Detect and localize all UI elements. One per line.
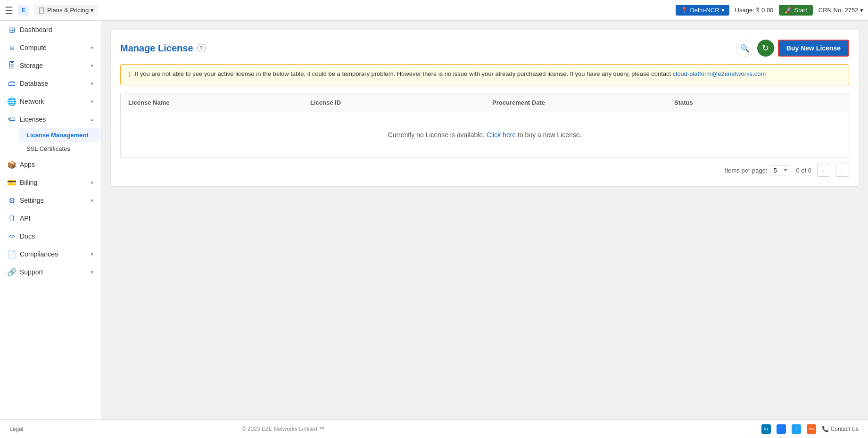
sidebar-item-settings[interactable]: ⚙ Settings ▾ <box>0 191 101 209</box>
apps-icon: 📦 <box>8 160 16 169</box>
table-header: License Name License ID Procurement Date… <box>121 93 849 112</box>
click-here-link[interactable]: Click here <box>487 131 516 139</box>
linkedin-icon[interactable]: in <box>761 424 771 434</box>
logo: E <box>18 5 29 16</box>
sidebar: ⊞ Dashboard 🖥 Compute ▾ 🗄 Storage ▾ 🗃 Da… <box>0 21 101 419</box>
sidebar-item-docs[interactable]: <> Docs <box>0 227 101 245</box>
settings-icon: ⚙ <box>8 196 16 205</box>
sidebar-item-compliances[interactable]: 📄 Compliances ▾ <box>0 245 101 263</box>
alert-icon: ℹ <box>128 71 131 79</box>
dashboard-icon: ⊞ <box>8 25 16 34</box>
refresh-button[interactable]: ↻ <box>757 40 774 57</box>
sidebar-label-storage: Storage <box>20 62 43 69</box>
buy-new-license-button[interactable]: Buy New License <box>778 40 849 57</box>
location-selector[interactable]: 📍 Delhi-NCR ▾ <box>676 5 729 16</box>
page-header: Manage License ? 🔍 ↻ Buy New License <box>120 40 849 57</box>
page-count: 0 of 0 <box>796 167 811 174</box>
help-icon[interactable]: ? <box>197 44 206 52</box>
sidebar-item-compute[interactable]: 🖥 Compute ▾ <box>0 39 101 57</box>
table-empty-state: Currently no License is available. Click… <box>121 112 849 157</box>
sidebar-item-support[interactable]: 🔗 Support ▾ <box>0 263 101 281</box>
start-label: Start <box>794 7 807 14</box>
sidebar-item-billing[interactable]: 💳 Billing ▾ <box>0 174 101 191</box>
sidebar-label-settings: Settings <box>20 197 44 204</box>
sidebar-item-api[interactable]: {} API <box>0 209 101 227</box>
next-page-button[interactable]: › <box>836 164 849 177</box>
main-layout: ⊞ Dashboard 🖥 Compute ▾ 🗄 Storage ▾ 🗃 Da… <box>0 21 868 419</box>
header-actions: 🔍 ↻ Buy New License <box>736 40 849 57</box>
sidebar-subitem-license-management[interactable]: License Management <box>19 128 101 142</box>
tab-label: Plans & Pricing <box>47 7 89 14</box>
location-dropdown-icon: ▾ <box>721 7 725 14</box>
col-status: Status <box>667 93 849 112</box>
main-content: Manage License ? 🔍 ↻ Buy New License ℹ <box>101 21 868 419</box>
sidebar-label-api: API <box>20 215 31 222</box>
chevron-down-icon: ▾ <box>91 99 93 105</box>
database-icon: 🗃 <box>8 79 16 88</box>
per-page-select[interactable]: 5 10 25 50 <box>770 165 790 175</box>
col-license-id: License ID <box>303 93 485 112</box>
alert-text: If you are not able to see your active l… <box>135 70 766 77</box>
compute-icon: 🖥 <box>8 43 16 52</box>
sidebar-label-apps: Apps <box>20 161 35 168</box>
manage-license-card: Manage License ? 🔍 ↻ Buy New License ℹ <box>111 30 859 186</box>
contact-us-link[interactable]: 📞 Contact Us <box>822 426 859 432</box>
licenses-submenu: License Management SSL Certificates <box>0 128 101 156</box>
sidebar-label-database: Database <box>20 80 48 87</box>
top-navbar: ☰ E 📋 Plans & Pricing ▾ 📍 Delhi-NCR ▾ Us… <box>0 0 868 21</box>
sidebar-label-licenses: Licenses <box>20 116 46 123</box>
sidebar-subitem-ssl-certificates[interactable]: SSL Certificates <box>19 142 101 156</box>
facebook-icon[interactable]: f <box>777 424 786 434</box>
chevron-up-icon: ▴ <box>91 116 93 123</box>
docs-icon: <> <box>8 232 16 240</box>
pagination: Items per page: 5 10 25 50 0 of 0 ‹ › <box>120 164 849 177</box>
location-label: Delhi-NCR <box>690 7 719 14</box>
sidebar-item-network[interactable]: 🌐 Network ▾ <box>0 92 101 110</box>
sidebar-label-dashboard: Dashboard <box>20 26 52 33</box>
chevron-down-icon: ▾ <box>91 269 93 275</box>
search-button[interactable]: 🔍 <box>736 40 753 57</box>
hamburger-menu-icon[interactable]: ☰ <box>5 5 13 16</box>
items-per-page: Items per page: 5 10 25 50 <box>725 165 790 175</box>
col-license-name: License Name <box>121 93 303 112</box>
compliances-icon: 📄 <box>8 250 16 258</box>
crn-selector[interactable]: CRN No. 2752 ▾ <box>818 7 863 14</box>
copyright: © 2023 E2E Networks Limited ™ <box>242 426 325 432</box>
storage-icon: 🗄 <box>8 61 16 70</box>
rss-icon[interactable]: rss <box>807 424 816 434</box>
chevron-down-icon: ▾ <box>91 63 93 69</box>
start-button[interactable]: 🚀 Start <box>779 5 812 16</box>
alert-banner: ℹ If you are not able to see your active… <box>120 64 849 85</box>
location-pin-icon: 📍 <box>680 7 688 14</box>
sidebar-item-dashboard[interactable]: ⊞ Dashboard <box>0 21 101 39</box>
prev-page-button[interactable]: ‹ <box>817 164 830 177</box>
chevron-down-icon: ▾ <box>91 198 93 204</box>
refresh-icon: ↻ <box>762 43 769 53</box>
license-table: License Name License ID Procurement Date… <box>120 93 849 158</box>
billing-icon: 💳 <box>8 178 16 187</box>
sidebar-label-compute: Compute <box>20 44 47 51</box>
chevron-down-icon: ▾ <box>91 45 93 51</box>
sidebar-item-apps[interactable]: 📦 Apps <box>0 156 101 174</box>
alert-email-link[interactable]: cloud-platform@e2enetworks.com <box>673 70 766 77</box>
licenses-icon: 🏷 <box>8 115 16 124</box>
chevron-down-icon: ▾ <box>91 251 93 257</box>
sidebar-label-network: Network <box>20 98 44 105</box>
plans-pricing-tab[interactable]: 📋 Plans & Pricing ▾ <box>34 5 98 16</box>
legal-link[interactable]: Legal <box>9 426 23 432</box>
sidebar-item-storage[interactable]: 🗄 Storage ▾ <box>0 57 101 74</box>
tab-dropdown-icon: ▾ <box>91 7 94 14</box>
top-nav-right: 📍 Delhi-NCR ▾ Usage: ₹ 0.00 🚀 Start CRN … <box>676 5 863 16</box>
footer-right: in f t rss 📞 Contact Us <box>761 424 859 434</box>
sidebar-item-database[interactable]: 🗃 Database ▾ <box>0 74 101 92</box>
sidebar-item-licenses[interactable]: 🏷 Licenses ▴ <box>0 110 101 128</box>
sidebar-label-billing: Billing <box>20 179 37 186</box>
sidebar-label-support: Support <box>20 268 43 276</box>
support-icon: 🔗 <box>8 268 16 276</box>
twitter-icon[interactable]: t <box>792 424 801 434</box>
chevron-down-icon: ▾ <box>91 180 93 186</box>
logo-icon: E <box>18 5 29 16</box>
sidebar-label-docs: Docs <box>20 232 35 240</box>
chevron-down-icon: ▾ <box>91 81 93 87</box>
tab-icon: 📋 <box>38 7 45 14</box>
